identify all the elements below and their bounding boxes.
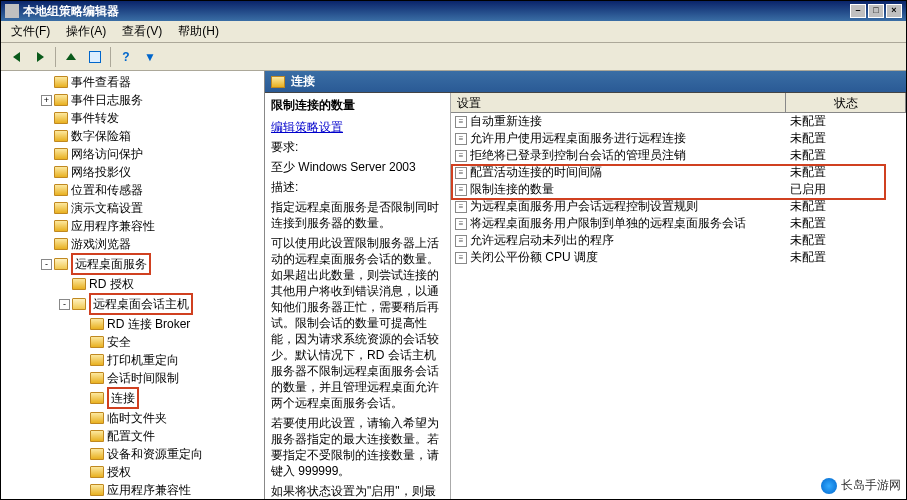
setting-state: 未配置 [786, 198, 906, 215]
tree-item[interactable]: 数字保险箱 [3, 127, 262, 145]
folder-icon [90, 372, 104, 384]
tree-item[interactable]: 游戏浏览器 [3, 235, 262, 253]
req-value: 至少 Windows Server 2003 [271, 159, 444, 175]
tree-item[interactable]: 设备和资源重定向 [3, 445, 262, 463]
tree-item[interactable]: +事件日志服务 [3, 91, 262, 109]
forward-button[interactable] [29, 46, 51, 68]
list-header: 设置 状态 [451, 93, 906, 113]
tree-item[interactable]: 配置文件 [3, 427, 262, 445]
list-rows: ≡自动重新连接未配置≡允许用户使用远程桌面服务进行远程连接未配置≡拒绝将已登录到… [451, 113, 906, 499]
menu-file[interactable]: 文件(F) [3, 21, 58, 42]
close-button[interactable]: × [886, 4, 902, 18]
tree-item[interactable]: 临时文件夹 [3, 409, 262, 427]
policy-icon: ≡ [455, 116, 467, 128]
tree-item[interactable]: 连接 [3, 387, 262, 409]
menu-help[interactable]: 帮助(H) [170, 21, 227, 42]
tree-label: 远程桌面会话主机 [89, 293, 193, 315]
tree-label: 配置文件 [107, 427, 155, 445]
minimize-button[interactable]: – [850, 4, 866, 18]
setting-name: 配置活动连接的时间间隔 [470, 164, 602, 181]
policy-icon: ≡ [455, 235, 467, 247]
setting-row[interactable]: ≡关闭公平份额 CPU 调度未配置 [451, 249, 906, 266]
arrow-left-icon [13, 52, 20, 62]
setting-state: 未配置 [786, 164, 906, 181]
help-button[interactable]: ? [115, 46, 137, 68]
setting-row[interactable]: ≡配置活动连接的时间间隔未配置 [451, 164, 906, 181]
setting-state: 未配置 [786, 249, 906, 266]
tree-item[interactable]: -远程桌面服务 [3, 253, 262, 275]
col-state[interactable]: 状态 [786, 93, 906, 112]
collapse-icon[interactable]: - [59, 299, 70, 310]
folder-icon [72, 298, 86, 310]
setting-name: 将远程桌面服务用户限制到单独的远程桌面服务会话 [470, 215, 746, 232]
tree-item[interactable]: 授权 [3, 463, 262, 481]
app-window: 本地组策略编辑器 – □ × 文件(F) 操作(A) 查看(V) 帮助(H) ?… [0, 0, 907, 500]
expand-icon[interactable]: + [41, 95, 52, 106]
nav-tree: 事件查看器+事件日志服务事件转发数字保险箱网络访问保护网络投影仪位置和传感器演示… [3, 73, 262, 499]
setting-row[interactable]: ≡允许远程启动未列出的程序未配置 [451, 232, 906, 249]
setting-row[interactable]: ≡允许用户使用远程桌面服务进行远程连接未配置 [451, 130, 906, 147]
tree-label: 打印机重定向 [107, 351, 179, 369]
setting-row[interactable]: ≡限制连接的数量已启用 [451, 181, 906, 198]
folder-icon [54, 166, 68, 178]
filter-button[interactable]: ▼ [139, 46, 161, 68]
setting-name: 允许远程启动未列出的程序 [470, 232, 614, 249]
toolbar-separator [55, 47, 56, 67]
setting-state: 未配置 [786, 147, 906, 164]
edit-policy-link[interactable]: 编辑策略设置 [271, 120, 343, 134]
folder-icon [72, 278, 86, 290]
tree-item[interactable]: 安全 [3, 333, 262, 351]
show-hide-button[interactable] [84, 46, 106, 68]
policy-icon: ≡ [455, 150, 467, 162]
desc-p1: 指定远程桌面服务是否限制同时连接到服务器的数量。 [271, 199, 444, 231]
folder-icon [54, 202, 68, 214]
setting-name: 关闭公平份额 CPU 调度 [470, 249, 598, 266]
tree-item[interactable]: 事件转发 [3, 109, 262, 127]
col-setting[interactable]: 设置 [451, 93, 786, 112]
folder-icon [54, 258, 68, 270]
tree-label: 数字保险箱 [71, 127, 131, 145]
policy-icon: ≡ [455, 201, 467, 213]
back-button[interactable] [5, 46, 27, 68]
setting-row[interactable]: ≡自动重新连接未配置 [451, 113, 906, 130]
tree-label: 授权 [107, 463, 131, 481]
tree-item[interactable]: RD 授权 [3, 275, 262, 293]
setting-row[interactable]: ≡将远程桌面服务用户限制到单独的远程桌面服务会话未配置 [451, 215, 906, 232]
tree-item[interactable]: 打印机重定向 [3, 351, 262, 369]
tree-item[interactable]: 应用程序兼容性 [3, 217, 262, 235]
folder-icon [90, 336, 104, 348]
tree-label: 事件查看器 [71, 73, 131, 91]
req-label: 要求: [271, 139, 444, 155]
watermark-logo-icon [821, 478, 837, 494]
tree-item[interactable]: 网络访问保护 [3, 145, 262, 163]
tree-label: 临时文件夹 [107, 409, 167, 427]
tree-item[interactable]: -远程桌面会话主机 [3, 293, 262, 315]
tree-item[interactable]: 演示文稿设置 [3, 199, 262, 217]
arrow-up-icon [66, 53, 76, 60]
folder-icon [90, 392, 104, 404]
tree-item[interactable]: 网络投影仪 [3, 163, 262, 181]
maximize-button[interactable]: □ [868, 4, 884, 18]
toolbar-separator [110, 47, 111, 67]
window-title: 本地组策略编辑器 [23, 3, 850, 20]
desc-p3: 若要使用此设置，请输入希望为服务器指定的最大连接数量。若要指定不受限制的连接数量… [271, 415, 444, 479]
tree-item[interactable]: 位置和传感器 [3, 181, 262, 199]
tree-label: 安全 [107, 333, 131, 351]
tree-item[interactable]: RD 连接 Broker [3, 315, 262, 333]
menu-view[interactable]: 查看(V) [114, 21, 170, 42]
tree-pane[interactable]: 事件查看器+事件日志服务事件转发数字保险箱网络访问保护网络投影仪位置和传感器演示… [1, 71, 265, 499]
tree-label: 游戏浏览器 [71, 235, 131, 253]
tree-item[interactable]: 应用程序兼容性 [3, 481, 262, 499]
tree-item[interactable]: 事件查看器 [3, 73, 262, 91]
tree-label: 应用程序兼容性 [71, 217, 155, 235]
folder-icon [54, 94, 68, 106]
right-body: 限制连接的数量 编辑策略设置 要求: 至少 Windows Server 200… [265, 93, 906, 499]
menu-action[interactable]: 操作(A) [58, 21, 114, 42]
collapse-icon[interactable]: - [41, 259, 52, 270]
tree-item[interactable]: 会话时间限制 [3, 369, 262, 387]
titlebar: 本地组策略编辑器 – □ × [1, 1, 906, 21]
up-button[interactable] [60, 46, 82, 68]
setting-row[interactable]: ≡为远程桌面服务用户会话远程控制设置规则未配置 [451, 198, 906, 215]
setting-row[interactable]: ≡拒绝将已登录到控制台会话的管理员注销未配置 [451, 147, 906, 164]
folder-icon [90, 466, 104, 478]
